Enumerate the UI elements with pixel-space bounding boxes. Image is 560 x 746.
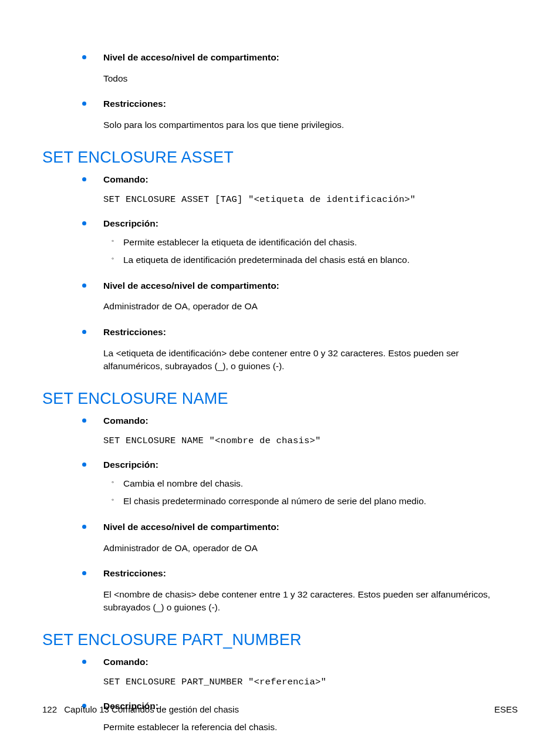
list-item: Descripción: Cambia el nombre del chasis… xyxy=(82,459,519,508)
list-item: Nivel de acceso/nivel de compartimento: … xyxy=(82,521,519,555)
sub-item: La etiqueta de identificación predetermi… xyxy=(103,254,519,266)
item-label: Descripción: xyxy=(103,218,519,230)
section-list: Comando: SET ENCLOSURE NAME "<nombre de … xyxy=(82,415,519,615)
list-item: Descripción: Permite establecer la etiqu… xyxy=(82,218,519,267)
item-body: Permite establecer la referencia del cha… xyxy=(103,721,519,734)
item-label: Comando: xyxy=(103,174,519,186)
list-item: Restricciones: El <nombre de chasis> deb… xyxy=(82,568,519,615)
item-label: Descripción: xyxy=(103,459,519,471)
list-item: Comando: SET ENCLOSURE NAME "<nombre de … xyxy=(82,415,519,446)
item-code: SET ENCLOSURE NAME "<nombre de chasis>" xyxy=(103,436,519,446)
item-body: Todos xyxy=(103,72,519,85)
section-heading: SET ENCLOSURE NAME xyxy=(42,390,519,408)
section-list: Comando: SET ENCLOSURE ASSET [TAG] "<eti… xyxy=(82,174,519,373)
item-label: Restricciones: xyxy=(103,98,519,110)
item-body: El <nombre de chasis> debe contener entr… xyxy=(103,588,519,615)
list-item: Comando: SET ENCLOSURE ASSET [TAG] "<eti… xyxy=(82,174,519,205)
item-body: Administrador de OA, operador de OA xyxy=(103,542,519,555)
footer-left: 122 Capítulo 13 Comandos de gestión del … xyxy=(42,704,239,714)
list-item: Restricciones: Solo para los compartimen… xyxy=(82,98,519,131)
item-body: La <etiqueta de identificación> debe con… xyxy=(103,347,519,373)
section-heading: SET ENCLOSURE ASSET xyxy=(42,148,519,167)
item-code: SET ENCLOSURE ASSET [TAG] "<etiqueta de … xyxy=(103,194,519,205)
item-label: Restricciones: xyxy=(103,326,519,339)
section-list: Comando: SET ENCLOSURE PART_NUMBER "<ref… xyxy=(82,656,519,746)
sub-item: El chasis predeterminado corresponde al … xyxy=(103,495,519,508)
item-label: Comando: xyxy=(103,656,519,669)
item-label: Restricciones: xyxy=(103,568,519,580)
sub-item: Cambia el nombre del chasis. xyxy=(103,477,519,490)
item-label: Nivel de acceso/nivel de compartimento: xyxy=(103,521,519,534)
section-heading: SET ENCLOSURE PART_NUMBER xyxy=(42,631,519,649)
item-body: Administrador de OA, operador de OA xyxy=(103,300,519,313)
footer-lang: ESES xyxy=(494,704,518,714)
document-page: Nivel de acceso/nivel de compartimento: … xyxy=(0,0,560,746)
item-body: Solo para los compartimentos para los qu… xyxy=(103,119,519,131)
page-number: 122 xyxy=(42,704,57,714)
item-label: Nivel de acceso/nivel de compartimento: xyxy=(103,52,519,64)
item-label: Nivel de acceso/nivel de compartimento: xyxy=(103,280,519,292)
intro-list: Nivel de acceso/nivel de compartimento: … xyxy=(82,52,519,132)
item-code: SET ENCLOSURE PART_NUMBER "<referencia>" xyxy=(103,677,519,687)
sub-list: Cambia el nombre del chasis. El chasis p… xyxy=(103,477,519,508)
list-item: Restricciones: La <etiqueta de identific… xyxy=(82,326,519,373)
item-label: Comando: xyxy=(103,415,519,427)
chapter-title: Capítulo 13 Comandos de gestión del chas… xyxy=(64,704,239,714)
list-item: Nivel de acceso/nivel de compartimento: … xyxy=(82,52,519,85)
list-item: Comando: SET ENCLOSURE PART_NUMBER "<ref… xyxy=(82,656,519,687)
sub-list: Permite establecer la etiqueta de identi… xyxy=(103,236,519,267)
page-footer: 122 Capítulo 13 Comandos de gestión del … xyxy=(0,704,560,714)
list-item: Nivel de acceso/nivel de compartimento: … xyxy=(82,280,519,313)
sub-item: Permite establecer la etiqueta de identi… xyxy=(103,236,519,249)
